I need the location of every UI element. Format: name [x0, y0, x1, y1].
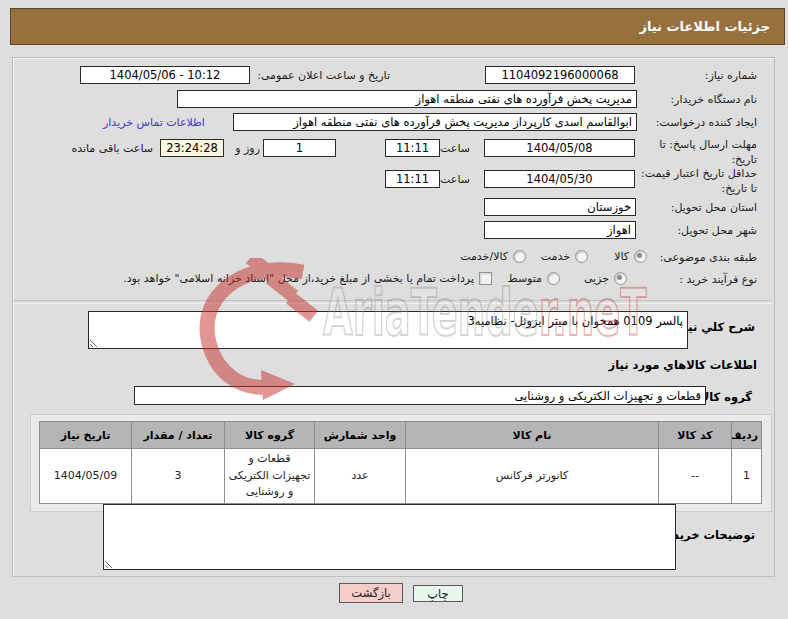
response-deadline-label: مهلت ارسال پاسخ: تا تاریخ:: [637, 138, 757, 168]
classification-option-label: خدمت: [541, 250, 570, 263]
back-button[interactable]: بازگشت: [339, 583, 403, 603]
process-option-label: متوسط: [507, 272, 542, 285]
col-row-number: ردیف: [732, 422, 762, 449]
need-description-textarea[interactable]: پالسر 0109 همخوان با میتر ایزوئل- نظامیه…: [88, 311, 688, 349]
classification-label: طبقه بندی موضوعی:: [660, 251, 757, 266]
radio-icon: [547, 272, 560, 285]
goods-section-title: اطلاعات کالاهاي مورد نیاز: [609, 358, 757, 374]
col-goods-code: کد کالا: [659, 422, 732, 449]
deadline-time-field[interactable]: 11:11: [385, 139, 440, 157]
treasury-payment-label: پرداخت تمام یا بخشی از مبلغ خرید،از محل …: [123, 272, 474, 285]
days-label: روز و: [235, 142, 260, 157]
purchase-process-label: نوع فرآیند خرید :: [679, 273, 757, 288]
buyer-notes-textarea[interactable]: [103, 504, 676, 570]
table-row: 1 -- کانورتر فرکانس عدد قطعات و تجهیزات …: [40, 449, 762, 504]
hours-remaining-label: ساعت باقی مانده: [71, 142, 153, 157]
radio-selected-icon: [614, 272, 627, 285]
delivery-province-field[interactable]: خوزستان: [484, 198, 636, 216]
classification-option-service[interactable]: خدمت: [541, 250, 588, 263]
announce-datetime-field[interactable]: 1404/05/06 - 10:12: [80, 66, 250, 84]
col-unit: واحد شمارش: [315, 422, 406, 449]
cell-row-number: 1: [732, 449, 762, 504]
validity-date-field[interactable]: 1404/05/30: [484, 170, 635, 188]
buyer-org-label: نام دستگاه خریدار:: [670, 93, 757, 108]
request-creator-field[interactable]: ابوالقاسم اسدی کارپرداز مدیریت پخش فرآور…: [233, 113, 637, 131]
radio-selected-icon: [634, 250, 647, 263]
process-option-minor[interactable]: جزیی: [584, 272, 627, 285]
delivery-province-label: استان محل تحویل:: [671, 201, 757, 216]
col-need-date: تاریخ نیاز: [40, 422, 132, 449]
goods-table-header-row: ردیف کد کالا نام کالا واحد شمارش گروه کا…: [40, 422, 762, 449]
col-goods-group: گروه کالا: [225, 422, 315, 449]
days-remaining-field: 1: [263, 139, 336, 157]
header-bar: جزئیات اطلاعات نیاز: [10, 8, 785, 45]
classification-option-label: کالا: [614, 250, 629, 263]
classification-option-goods[interactable]: کالا: [614, 250, 647, 263]
announce-datetime-label: تاریخ و ساعت اعلان عمومی:: [257, 69, 390, 84]
radio-icon: [575, 250, 588, 263]
classification-option-label: کالا/خدمت: [460, 250, 508, 263]
cell-unit: عدد: [315, 449, 406, 504]
goods-group-field[interactable]: قطعات و تجهیزات الکتریکی و روشنایی: [134, 386, 706, 405]
price-validity-label: حداقل تاریخ اعتبار قیمت: تا تاریخ:: [637, 167, 757, 197]
delivery-city-label: شهر محل تحویل:: [677, 224, 757, 239]
process-option-label: جزیی: [584, 272, 609, 285]
checkbox-icon: [479, 272, 492, 285]
treasury-payment-checkbox-row[interactable]: پرداخت تمام یا بخشی از مبلغ خرید،از محل …: [123, 272, 492, 285]
section-divider: [13, 300, 772, 304]
need-number-label: شماره نیاز:: [705, 69, 757, 84]
validity-time-field[interactable]: 11:11: [385, 170, 440, 188]
radio-icon: [513, 250, 526, 263]
validity-hour-label: ساعت: [440, 173, 470, 188]
col-quantity: تعداد / مقدار: [132, 422, 225, 449]
need-number-field[interactable]: 1104092196000068: [485, 66, 635, 84]
classification-option-goods-service[interactable]: کالا/خدمت: [460, 250, 526, 263]
page-title: جزئیات اطلاعات نیاز: [639, 19, 770, 34]
col-goods-name: نام کالا: [406, 422, 659, 449]
cell-goods-code: --: [659, 449, 732, 504]
request-creator-label: ایجاد کننده درخواست:: [656, 116, 757, 131]
deadline-date-field[interactable]: 1404/05/08: [484, 139, 635, 157]
goods-table: ردیف کد کالا نام کالا واحد شمارش گروه کا…: [39, 421, 762, 504]
buyer-contact-link[interactable]: اطلاعات تماس خریدار: [103, 116, 205, 129]
delivery-city-field[interactable]: اهواز: [484, 221, 636, 239]
countdown-timer: 23:24:28: [160, 139, 224, 157]
cell-goods-name: کانورتر فرکانس: [406, 449, 659, 504]
process-option-medium[interactable]: متوسط: [507, 272, 560, 285]
buyer-org-field[interactable]: مدیریت پخش فرآورده های نفتی منطقه اهواز: [177, 90, 637, 108]
cell-quantity: 3: [132, 449, 225, 504]
cell-goods-group: قطعات و تجهیزات الکتریکی و روشنایی: [225, 449, 315, 504]
deadline-hour-label: ساعت: [440, 142, 470, 157]
print-button[interactable]: چاپ: [413, 585, 463, 602]
cell-need-date: 1404/05/09: [40, 449, 132, 504]
